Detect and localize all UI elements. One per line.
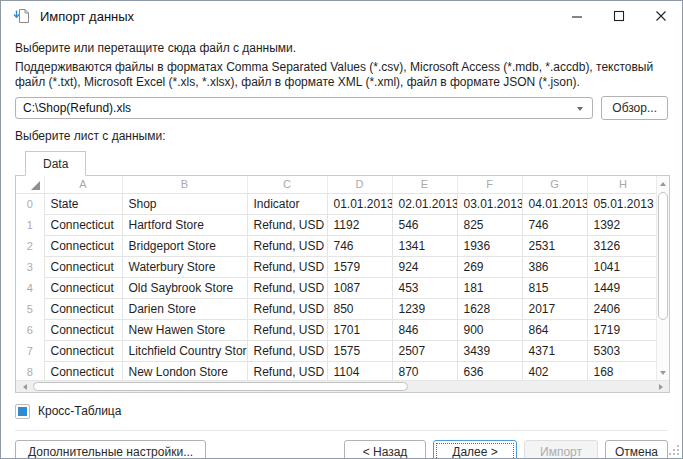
grid-cell[interactable]: 2531 <box>522 235 587 256</box>
grid-cell[interactable]: New London Store <box>122 361 247 380</box>
grid-cell[interactable]: 1392 <box>587 214 656 235</box>
row-header[interactable]: 0 <box>16 193 44 214</box>
grid-cell[interactable]: Refund, USD <box>247 340 327 361</box>
grid-cell[interactable]: 01.01.2013 <box>327 193 392 214</box>
grid-cell[interactable]: Refund, USD <box>247 319 327 340</box>
vertical-scrollbar[interactable] <box>656 176 669 380</box>
table-row[interactable]: 4ConnecticutOld Saybrook StoreRefund, US… <box>16 277 656 298</box>
grid-cell[interactable]: New Hawen Store <box>122 319 247 340</box>
grid-cell[interactable]: Bridgeport Store <box>122 235 247 256</box>
grid-cell[interactable]: 1701 <box>327 319 392 340</box>
grid-cell[interactable]: Waterbury Store <box>122 256 247 277</box>
grid-cell[interactable]: 1104 <box>327 361 392 380</box>
grid-cell[interactable]: State <box>44 193 122 214</box>
grid-cell[interactable]: Connecticut <box>44 340 122 361</box>
column-header-f[interactable]: F <box>457 176 522 193</box>
grid-cell[interactable]: 4371 <box>522 340 587 361</box>
table-row[interactable]: 6ConnecticutNew Hawen StoreRefund, USD17… <box>16 319 656 340</box>
grid-cell[interactable]: 1239 <box>392 298 457 319</box>
grid-cell[interactable]: 2406 <box>587 298 656 319</box>
table-row[interactable]: 8ConnecticutNew London StoreRefund, USD1… <box>16 361 656 380</box>
dropdown-arrow-icon[interactable] <box>577 107 583 111</box>
column-header-g[interactable]: G <box>522 176 587 193</box>
table-row[interactable]: 3ConnecticutWaterbury StoreRefund, USD15… <box>16 256 656 277</box>
file-path-combobox[interactable]: C:\Shop(Refund).xls <box>15 97 593 119</box>
table-row[interactable]: 2ConnecticutBridgeport StoreRefund, USD7… <box>16 235 656 256</box>
column-header-c[interactable]: C <box>247 176 327 193</box>
grid-cell[interactable]: 815 <box>522 277 587 298</box>
grid-cell[interactable]: Connecticut <box>44 214 122 235</box>
grid-cell[interactable]: 900 <box>457 319 522 340</box>
grid-cell[interactable]: 269 <box>457 256 522 277</box>
grid-cell[interactable]: 1087 <box>327 277 392 298</box>
cross-table-checkbox[interactable] <box>15 404 30 419</box>
table-row[interactable]: 7ConnecticutLitchfield Country StoreRefu… <box>16 340 656 361</box>
grid-cell[interactable]: 386 <box>522 256 587 277</box>
next-button[interactable]: Далее > <box>433 440 517 459</box>
column-header-b[interactable]: B <box>122 176 247 193</box>
row-header[interactable]: 7 <box>16 340 44 361</box>
row-header[interactable]: 4 <box>16 277 44 298</box>
grid-cell[interactable]: Refund, USD <box>247 214 327 235</box>
grid-cell[interactable]: Refund, USD <box>247 277 327 298</box>
grid-cell[interactable]: 3439 <box>457 340 522 361</box>
grid-cell[interactable]: 1719 <box>587 319 656 340</box>
grid-cell[interactable]: 402 <box>522 361 587 380</box>
table-row[interactable]: 0StateShopIndicator01.01.201302.01.20130… <box>16 193 656 214</box>
grid-cell[interactable]: 846 <box>392 319 457 340</box>
grid-cell[interactable]: 1449 <box>587 277 656 298</box>
grid-cell[interactable]: 1341 <box>392 235 457 256</box>
row-header[interactable]: 8 <box>16 361 44 380</box>
grid-cell[interactable]: 1579 <box>327 256 392 277</box>
grid-cell[interactable]: 05.01.2013 <box>587 193 656 214</box>
resize-grip[interactable] <box>669 445 679 455</box>
column-header-a[interactable]: A <box>44 176 122 193</box>
import-button[interactable]: Импорт <box>524 440 598 459</box>
row-header[interactable]: 1 <box>16 214 44 235</box>
grid-cell[interactable]: 1192 <box>327 214 392 235</box>
row-header[interactable]: 3 <box>16 256 44 277</box>
grid-cell[interactable]: Darien Store <box>122 298 247 319</box>
grid-cell[interactable]: Old Saybrook Store <box>122 277 247 298</box>
column-header-e[interactable]: E <box>392 176 457 193</box>
grid-cell[interactable]: 04.01.2013 <box>522 193 587 214</box>
grid-cell[interactable]: 2507 <box>392 340 457 361</box>
advanced-settings-button[interactable]: Дополнительные настройки... <box>15 440 206 459</box>
grid-cell[interactable]: 1628 <box>457 298 522 319</box>
column-header-d[interactable]: D <box>327 176 392 193</box>
grid-cell[interactable]: Litchfield Country Store <box>122 340 247 361</box>
row-header[interactable]: 6 <box>16 319 44 340</box>
grid-cell[interactable]: 924 <box>392 256 457 277</box>
grid-cell[interactable]: Connecticut <box>44 277 122 298</box>
cancel-button[interactable]: Отмена <box>605 440 668 459</box>
horizontal-scrollbar[interactable] <box>16 380 669 392</box>
grid-cell[interactable]: 546 <box>392 214 457 235</box>
grid-cell[interactable]: Indicator <box>247 193 327 214</box>
grid-cell[interactable]: 825 <box>457 214 522 235</box>
grid-cell[interactable]: Connecticut <box>44 361 122 380</box>
grid-cell[interactable]: 1936 <box>457 235 522 256</box>
grid-cell[interactable]: Connecticut <box>44 319 122 340</box>
grid-cell[interactable]: 02.01.2013 <box>392 193 457 214</box>
vertical-scroll-thumb[interactable] <box>658 192 668 320</box>
scroll-left-button[interactable] <box>17 381 32 392</box>
tab-data[interactable]: Data <box>25 151 86 176</box>
grid-cell[interactable]: 746 <box>522 214 587 235</box>
grid-cell[interactable]: 2017 <box>522 298 587 319</box>
column-header-h[interactable]: H <box>587 176 656 193</box>
grid-cell[interactable]: 636 <box>457 361 522 380</box>
table-row[interactable]: 5ConnecticutDarien StoreRefund, USD85012… <box>16 298 656 319</box>
grid-cell[interactable]: Shop <box>122 193 247 214</box>
grid-cell[interactable]: Refund, USD <box>247 256 327 277</box>
grid-cell[interactable]: 3126 <box>587 235 656 256</box>
select-all-corner[interactable] <box>16 176 44 193</box>
grid-cell[interactable]: 1041 <box>587 256 656 277</box>
grid-cell[interactable]: Refund, USD <box>247 361 327 380</box>
grid-cell[interactable]: 168 <box>587 361 656 380</box>
grid-cell[interactable]: 870 <box>392 361 457 380</box>
close-button[interactable] <box>640 1 682 31</box>
table-row[interactable]: 1ConnecticutHartford StoreRefund, USD119… <box>16 214 656 235</box>
grid-cell[interactable]: Hartford Store <box>122 214 247 235</box>
grid-cell[interactable]: 850 <box>327 298 392 319</box>
scroll-right-button[interactable] <box>653 381 668 392</box>
